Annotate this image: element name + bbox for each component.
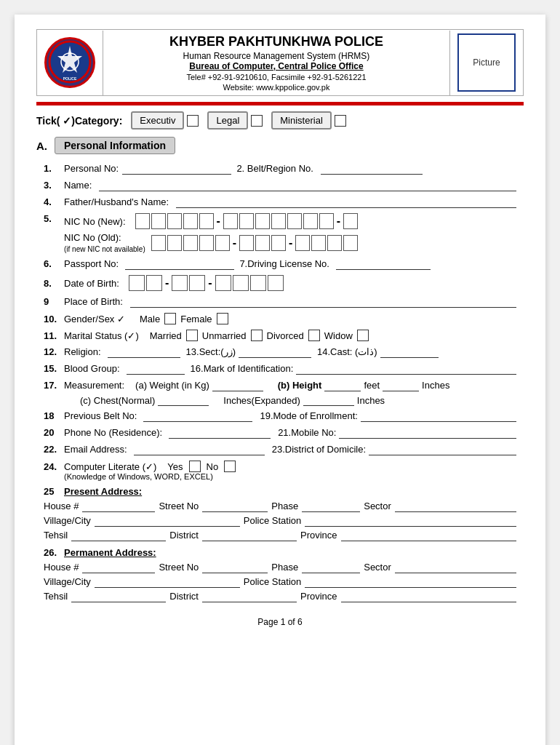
nic-new-c7[interactable]: [239, 213, 254, 229]
dob-y4[interactable]: [268, 275, 284, 291]
nic-new-c3[interactable]: [167, 213, 182, 229]
nic-old-c10[interactable]: [311, 235, 326, 251]
present-village-input[interactable]: [95, 515, 240, 526]
gender-male-check[interactable]: [164, 313, 176, 324]
dob-y1[interactable]: [215, 275, 231, 291]
nic-new-c12[interactable]: [319, 213, 334, 229]
perm-house-field[interactable]: [82, 562, 155, 573]
email-input[interactable]: [134, 444, 265, 455]
present-ps-input[interactable]: [305, 515, 516, 526]
place-of-birth-input[interactable]: [130, 296, 516, 308]
perm-street-input[interactable]: [202, 562, 268, 573]
nic-new-c4[interactable]: [183, 213, 198, 229]
present-street-input[interactable]: [202, 501, 268, 511]
prev-belt-input[interactable]: [143, 410, 252, 422]
name-input[interactable]: [99, 180, 516, 191]
category-executiv-btn[interactable]: Executiv: [131, 111, 184, 130]
phone-residence-input[interactable]: [169, 427, 271, 439]
marital-divorced-check[interactable]: [308, 330, 320, 341]
perm-house-input[interactable]: [82, 562, 155, 573]
nic-old-c11[interactable]: [327, 235, 342, 251]
category-ministerial-btn[interactable]: Ministerial: [271, 111, 332, 130]
dob-m1[interactable]: [172, 275, 188, 291]
nic-new-c1[interactable]: [135, 213, 150, 229]
cast-input[interactable]: [380, 346, 439, 358]
perm-village-input[interactable]: [95, 576, 240, 587]
nic-old-c3[interactable]: [183, 235, 198, 251]
perm-sector-field[interactable]: [395, 562, 516, 573]
present-province-field[interactable]: [341, 530, 516, 541]
name-field[interactable]: [99, 180, 516, 191]
present-sector-field[interactable]: [395, 501, 516, 512]
driving-license-input[interactable]: [336, 258, 431, 270]
computer-no-check[interactable]: [224, 461, 236, 472]
present-village-field[interactable]: [95, 515, 240, 527]
perm-district-input[interactable]: [202, 591, 297, 602]
nic-new-c2[interactable]: [151, 213, 166, 229]
present-sector-input[interactable]: [395, 501, 516, 511]
nic-new-c6[interactable]: [223, 213, 238, 229]
nic-old-c12[interactable]: [343, 235, 358, 251]
nic-old-c8[interactable]: [271, 235, 286, 251]
perm-phase-field[interactable]: [302, 562, 360, 573]
perm-tehsil-field[interactable]: [71, 591, 166, 602]
height-feet-input[interactable]: [324, 380, 361, 391]
perm-district-field[interactable]: [202, 591, 297, 602]
marital-widow-check[interactable]: [357, 330, 369, 341]
dob-d1[interactable]: [129, 275, 145, 291]
perm-ps-input[interactable]: [305, 576, 516, 587]
nic-old-c2[interactable]: [167, 235, 182, 251]
present-tehsil-input[interactable]: [71, 530, 166, 541]
nic-old-c6[interactable]: [239, 235, 254, 251]
dob-m2[interactable]: [189, 275, 205, 291]
nic-new-c5[interactable]: [199, 213, 214, 229]
perm-province-field[interactable]: [341, 591, 516, 602]
nic-old-c9[interactable]: [295, 235, 310, 251]
category-executiv-check[interactable]: [187, 115, 199, 127]
blood-group-input[interactable]: [127, 363, 185, 375]
marital-married-check[interactable]: [186, 330, 198, 341]
nic-old-c7[interactable]: [255, 235, 270, 251]
present-ps-field[interactable]: [305, 515, 516, 527]
district-domicile-input[interactable]: [369, 444, 516, 455]
passport-input[interactable]: [125, 258, 234, 270]
present-phase-input[interactable]: [302, 501, 360, 511]
perm-phase-input[interactable]: [302, 562, 360, 573]
personal-no-input[interactable]: [122, 163, 231, 175]
perm-province-input[interactable]: [341, 591, 516, 602]
present-house-field[interactable]: [82, 501, 155, 512]
chest-expanded-input[interactable]: [303, 394, 354, 406]
height-inches-input[interactable]: [383, 380, 419, 391]
present-district-input[interactable]: [202, 530, 297, 541]
mode-enrollment-input[interactable]: [361, 410, 516, 422]
sect-input[interactable]: [239, 346, 311, 358]
present-district-field[interactable]: [202, 530, 297, 541]
weight-input[interactable]: [212, 380, 263, 391]
belt-region-input[interactable]: [321, 163, 423, 175]
nic-old-c4[interactable]: [199, 235, 214, 251]
category-legal-check[interactable]: [251, 115, 263, 127]
chest-normal-input[interactable]: [158, 394, 209, 406]
present-tehsil-field[interactable]: [71, 530, 166, 541]
nic-old-c1[interactable]: [151, 235, 166, 251]
category-ministerial-check[interactable]: [335, 115, 346, 127]
gender-female-check[interactable]: [217, 313, 228, 324]
nic-new-c8[interactable]: [255, 213, 270, 229]
present-phase-field[interactable]: [302, 501, 360, 512]
present-house-input[interactable]: [82, 501, 155, 511]
present-street-field[interactable]: [202, 501, 268, 512]
nic-new-c9[interactable]: [271, 213, 286, 229]
father-name-input[interactable]: [176, 196, 516, 208]
nic-old-c5[interactable]: [215, 235, 230, 251]
mark-identification-input[interactable]: [296, 363, 516, 375]
nic-new-c10[interactable]: [287, 213, 302, 229]
religion-input[interactable]: [108, 346, 180, 358]
dob-y3[interactable]: [250, 275, 266, 291]
mobile-input[interactable]: [339, 427, 516, 439]
dob-y2[interactable]: [233, 275, 249, 291]
perm-village-field[interactable]: [95, 576, 240, 588]
dob-d2[interactable]: [146, 275, 162, 291]
computer-yes-check[interactable]: [189, 461, 201, 472]
category-legal-btn[interactable]: Legal: [207, 111, 248, 130]
perm-sector-input[interactable]: [395, 562, 516, 573]
